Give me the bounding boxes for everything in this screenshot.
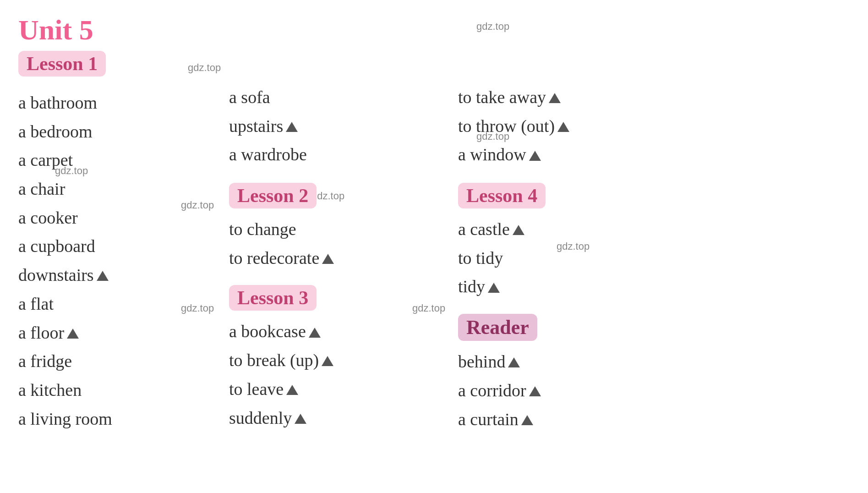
- list-item: a bathroom: [18, 88, 215, 117]
- lesson-1-badge: Lesson 1: [18, 51, 106, 77]
- list-item: a carpet: [18, 146, 215, 175]
- lesson-3-badge: Lesson 3: [229, 285, 317, 311]
- list-item: to leave: [229, 375, 440, 404]
- triangle-icon: [322, 254, 334, 264]
- list-item: a chair: [18, 175, 215, 203]
- list-item: a cooker: [18, 203, 215, 232]
- list-item: downstairs: [18, 261, 215, 290]
- list-item: tidy: [458, 272, 669, 301]
- word-text: a chair: [18, 179, 65, 198]
- column-2: a sofaupstairsa wardrobe Lesson 2 to cha…: [215, 51, 440, 442]
- col3-lesson1-words: to take awayto throw (out)a window: [458, 83, 669, 169]
- lesson-2-section: Lesson 2 to changeto redecorate: [229, 183, 440, 272]
- word-text: a cooker: [18, 208, 78, 227]
- watermark-1: gdz.top: [476, 21, 509, 33]
- word-text: tidy: [458, 277, 485, 296]
- list-item: a bedroom: [18, 117, 215, 146]
- lesson-2-wordlist: to changeto redecorate: [229, 215, 440, 272]
- unit-title: Unit 5: [18, 14, 850, 46]
- word-text: a bathroom: [18, 93, 97, 112]
- list-item: a wardrobe: [229, 140, 440, 169]
- word-text: a corridor: [458, 381, 526, 400]
- lesson-3-section: Lesson 3 a bookcaseto break (up)to leave…: [229, 285, 440, 432]
- lesson-1-section: Lesson 1: [18, 51, 215, 80]
- triangle-icon: [67, 329, 79, 339]
- triangle-icon: [286, 385, 298, 395]
- word-text: to throw (out): [458, 116, 555, 136]
- word-text: a living room: [18, 409, 112, 428]
- word-text: a curtain: [458, 410, 519, 429]
- list-item: a bookcase: [229, 317, 440, 346]
- column-1: Lesson 1 a bathrooma bedrooma carpeta ch…: [18, 51, 215, 442]
- list-item: a living room: [18, 405, 215, 433]
- word-text: a wardrobe: [229, 145, 307, 164]
- list-item: behind: [458, 347, 669, 376]
- word-text: a window: [458, 145, 526, 164]
- reader-section: Reader behinda corridora curtain: [458, 314, 669, 433]
- triangle-icon: [97, 271, 109, 281]
- list-item: suddenly: [229, 404, 440, 433]
- list-item: a kitchen: [18, 376, 215, 405]
- list-item: a fridge: [18, 347, 215, 376]
- list-item: a sofa: [229, 83, 440, 112]
- lesson-2-badge: Lesson 2: [229, 183, 317, 208]
- list-item: a corridor: [458, 376, 669, 405]
- list-item: to redecorate: [229, 244, 440, 273]
- list-item: a window: [458, 140, 669, 169]
- word-text: a bedroom: [18, 122, 92, 141]
- word-text: a castle: [458, 219, 510, 239]
- word-text: to leave: [229, 379, 284, 399]
- triangle-icon: [557, 122, 569, 132]
- triangle-icon: [286, 122, 298, 132]
- word-text: to tidy: [458, 248, 503, 268]
- triangle-icon: [521, 415, 533, 425]
- word-text: suddenly: [229, 408, 292, 427]
- word-text: a sofa: [229, 88, 270, 107]
- lesson-4-badge: Lesson 4: [458, 183, 546, 208]
- word-text: to break (up): [229, 351, 319, 370]
- reader-wordlist: behinda corridora curtain: [458, 347, 669, 433]
- word-text: downstairs: [18, 265, 94, 285]
- word-text: a fridge: [18, 351, 72, 371]
- triangle-icon: [488, 283, 500, 293]
- word-text: a carpet: [18, 150, 73, 170]
- lesson-3-wordlist: a bookcaseto break (up)to leavesuddenly: [229, 317, 440, 432]
- triangle-icon: [508, 357, 520, 367]
- triangle-icon: [309, 328, 321, 338]
- list-item: a castle: [458, 215, 669, 244]
- word-text: a flat: [18, 294, 54, 313]
- list-item: a cupboard: [18, 232, 215, 261]
- word-text: behind: [458, 352, 505, 371]
- list-item: a floor: [18, 318, 215, 347]
- triangle-icon: [549, 93, 561, 103]
- list-item: a curtain: [458, 405, 669, 434]
- word-text: a kitchen: [18, 380, 82, 400]
- column-3: to take awayto throw (out)a window Lesso…: [440, 51, 669, 442]
- word-text: upstairs: [229, 116, 283, 136]
- list-item: to break (up): [229, 346, 440, 375]
- col2-lesson1-words: a sofaupstairsa wardrobe: [229, 83, 440, 169]
- list-item: upstairs: [229, 112, 440, 141]
- list-item: a flat: [18, 290, 215, 318]
- triangle-icon: [529, 151, 541, 161]
- list-item: to throw (out): [458, 112, 669, 141]
- list-item: to change: [229, 215, 440, 244]
- word-text: a bookcase: [229, 322, 306, 341]
- list-item: to take away: [458, 83, 669, 112]
- triangle-icon: [529, 386, 541, 396]
- word-text: to take away: [458, 88, 546, 107]
- word-text: a floor: [18, 323, 64, 342]
- word-text: to change: [229, 219, 296, 239]
- triangle-icon: [295, 414, 306, 424]
- word-text: to redecorate: [229, 248, 319, 268]
- list-item: to tidy: [458, 244, 669, 273]
- reader-badge: Reader: [458, 314, 537, 341]
- triangle-icon: [322, 356, 333, 366]
- lesson-1-wordlist: a bathrooma bedrooma carpeta chaira cook…: [18, 88, 215, 433]
- lesson-4-section: Lesson 4 a castleto tidytidy: [458, 183, 669, 301]
- word-text: a cupboard: [18, 236, 95, 256]
- lesson-4-wordlist: a castleto tidytidy: [458, 215, 669, 301]
- page: gdz.top gdz.top gdz.top gdz.top gdz.top …: [0, 0, 868, 493]
- triangle-icon: [513, 225, 524, 235]
